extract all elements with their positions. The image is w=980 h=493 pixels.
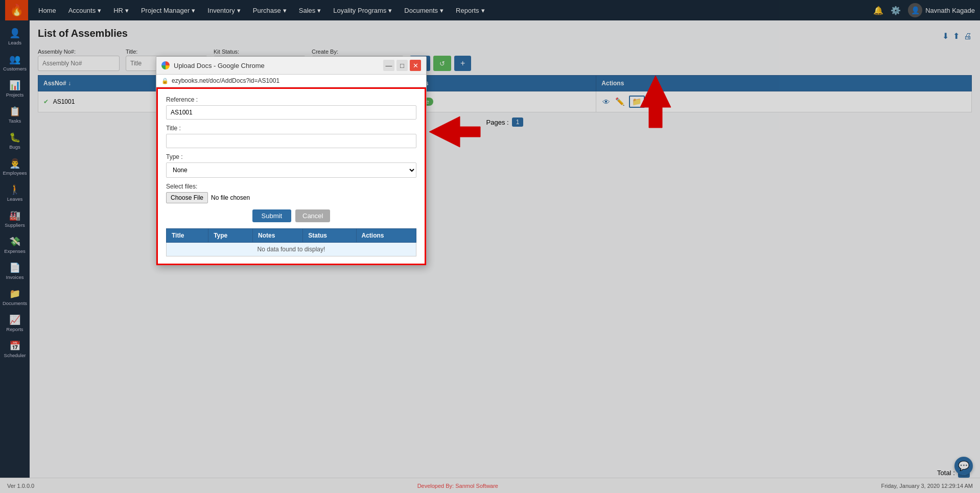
- nav-inventory[interactable]: Inventory ▾: [202, 4, 245, 17]
- cell-status: Active: [404, 91, 596, 112]
- sidebar-label-customers: Customers: [3, 66, 27, 72]
- page-title: List of Assemblies: [38, 28, 128, 39]
- type-field: Type : None: [166, 153, 416, 178]
- modal-col-title: Title: [167, 229, 208, 243]
- sidebar-item-reports[interactable]: 📈 Reports: [0, 310, 30, 336]
- title-field: Title :: [166, 125, 416, 148]
- modal-titlebar: Upload Docs - Google Chrome — □ ✕: [156, 57, 426, 75]
- customers-icon: 👥: [9, 54, 20, 65]
- modal-no-data-row: No data found to display!: [167, 243, 416, 256]
- suppliers-icon: 🏭: [9, 210, 20, 221]
- sidebar-label-leads: Leads: [8, 40, 21, 45]
- chat-button[interactable]: 💬: [954, 457, 973, 475]
- delete-button[interactable]: 🗑: [648, 97, 658, 107]
- nav-reports[interactable]: Reports ▾: [451, 4, 490, 17]
- reference-label: Reference :: [166, 96, 416, 103]
- view-button[interactable]: 👁: [601, 97, 611, 107]
- nav-documents[interactable]: Documents ▾: [399, 4, 449, 17]
- current-page[interactable]: 1: [512, 118, 524, 127]
- sidebar-label-suppliers: Suppliers: [5, 222, 25, 228]
- col-status: Status: [404, 76, 596, 91]
- modal-title: Upload Docs - Google Chrome: [174, 62, 265, 69]
- sidebar-item-projects[interactable]: 📊 Projects: [0, 76, 30, 102]
- title-label: Title:: [126, 49, 207, 55]
- sidebar-label-documents: Documents: [3, 300, 27, 306]
- col-actions: Actions: [596, 76, 972, 91]
- sidebar-item-customers[interactable]: 👥 Customers: [0, 50, 30, 76]
- sidebar-item-scheduler[interactable]: 📅 Scheduler: [0, 336, 30, 362]
- sidebar-item-invoices[interactable]: 📄 Invoices: [0, 258, 30, 284]
- nav-purchase[interactable]: Purchase ▾: [248, 4, 292, 17]
- ass-no-value: AS1001: [53, 98, 75, 105]
- print-icon[interactable]: 🖨: [964, 32, 972, 41]
- sidebar-item-leaves[interactable]: 🚶 Leaves: [0, 180, 30, 206]
- docs-table: Title Type Notes Status Actions No data …: [166, 228, 416, 256]
- nav-loyalty[interactable]: Loyality Programs ▾: [328, 4, 397, 17]
- notification-icon[interactable]: 🔔: [873, 6, 883, 15]
- reference-input[interactable]: [166, 105, 416, 120]
- file-field: Select files: Choose File No file chosen: [166, 183, 416, 203]
- sidebar-item-bugs[interactable]: 🐛 Bugs: [0, 128, 30, 154]
- sidebar-label-bugs: Bugs: [9, 144, 20, 150]
- nav-hr[interactable]: HR ▾: [108, 4, 134, 17]
- modal-minimize-button[interactable]: —: [383, 60, 394, 71]
- sidebar-label-leaves: Leaves: [7, 196, 23, 202]
- refresh-button[interactable]: ↺: [433, 56, 451, 71]
- nav-menu: Home Accounts ▾ HR ▾ Project Manager ▾ I…: [33, 4, 873, 17]
- leaves-icon: 🚶: [9, 184, 20, 195]
- create-by-label: Create By:: [312, 49, 404, 55]
- type-select[interactable]: None: [166, 162, 416, 178]
- sidebar-item-expenses[interactable]: 💸 Expenses: [0, 232, 30, 258]
- nav-sales[interactable]: Sales ▾: [294, 4, 326, 17]
- employees-icon: 👨‍💼: [9, 158, 20, 169]
- sidebar-item-tasks[interactable]: 📋 Tasks: [0, 102, 30, 128]
- expenses-icon: 💸: [9, 236, 20, 247]
- cell-actions: 👁 ✏️ 📁 🗑: [596, 91, 972, 112]
- modal-col-status: Status: [303, 229, 356, 243]
- documents-icon: 📁: [9, 288, 20, 299]
- upload-icon[interactable]: ⬆: [953, 31, 960, 41]
- add-button[interactable]: +: [454, 56, 471, 71]
- cancel-button[interactable]: Cancel: [295, 209, 330, 222]
- nav-project-manager[interactable]: Project Manager ▾: [136, 4, 200, 17]
- sidebar-item-documents[interactable]: 📁 Documents: [0, 284, 30, 310]
- sidebar-item-suppliers[interactable]: 🏭 Suppliers: [0, 206, 30, 232]
- submit-button[interactable]: Submit: [252, 209, 291, 222]
- user-menu[interactable]: 👤 Navnath Kagade: [908, 3, 975, 17]
- type-label: Type :: [166, 153, 416, 160]
- nav-right: 🔔 ⚙️ 👤 Navnath Kagade: [873, 3, 975, 17]
- settings-icon[interactable]: ⚙️: [891, 6, 901, 15]
- leads-icon: 👤: [9, 28, 20, 39]
- pages-label: Pages :: [486, 119, 509, 126]
- modal-title-label: Title :: [166, 125, 416, 132]
- modal-title-input[interactable]: [166, 134, 416, 148]
- filter-assembly-no: Assembly No#:: [38, 49, 120, 71]
- chrome-icon: [161, 61, 170, 69]
- assembly-no-input[interactable]: [38, 56, 120, 71]
- sidebar-label-scheduler: Scheduler: [4, 353, 26, 358]
- tasks-icon: 📋: [9, 106, 20, 117]
- modal-col-type: Type: [208, 229, 253, 243]
- kit-status-label: Kit Status:: [214, 49, 306, 55]
- edit-button[interactable]: ✏️: [614, 96, 626, 107]
- total-label: Total :: [937, 469, 955, 477]
- modal-titlebar-left: Upload Docs - Google Chrome: [161, 61, 265, 69]
- docs-button[interactable]: 📁: [629, 96, 645, 108]
- modal-maximize-button[interactable]: □: [396, 60, 408, 71]
- modal-close-button[interactable]: ✕: [410, 60, 421, 71]
- no-data-text: No data found to display!: [167, 243, 416, 256]
- reference-field: Reference :: [166, 96, 416, 120]
- modal-col-notes: Notes: [253, 229, 303, 243]
- sidebar-item-employees[interactable]: 👨‍💼 Employees: [0, 154, 30, 180]
- sidebar-item-leads[interactable]: 👤 Leads: [0, 24, 30, 50]
- nav-accounts[interactable]: Accounts ▾: [63, 4, 106, 17]
- sidebar-label-reports: Reports: [6, 326, 23, 332]
- header-actions: ⬇ ⬆ 🖨: [942, 31, 972, 41]
- avatar: 👤: [908, 3, 922, 17]
- sidebar: 👤 Leads 👥 Customers 📊 Projects 📋 Tasks 🐛…: [0, 20, 30, 478]
- nav-home[interactable]: Home: [33, 4, 61, 17]
- modal-address-bar: 🔒 ezybooks.net/doc/AddDocs?id=AS1001: [156, 75, 426, 87]
- bugs-icon: 🐛: [9, 132, 20, 143]
- choose-file-button[interactable]: Choose File: [166, 192, 208, 203]
- download-icon[interactable]: ⬇: [942, 31, 949, 41]
